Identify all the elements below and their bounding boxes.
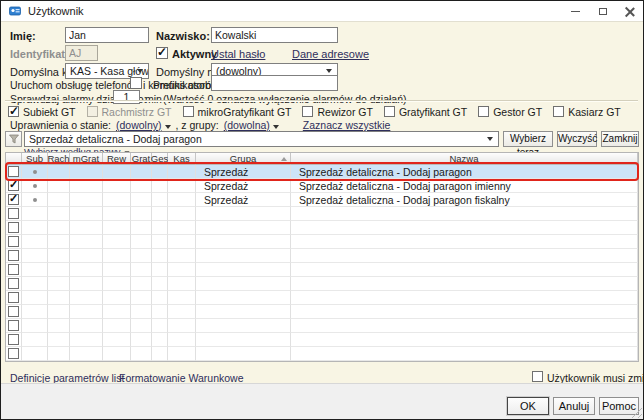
table-row[interactable]: [6, 207, 638, 221]
table-row[interactable]: SprzedażSprzedaż detaliczna - Dodaj para…: [6, 193, 638, 207]
row-select-cell: [6, 235, 22, 249]
row-checkbox[interactable]: [8, 264, 19, 275]
row-checkbox[interactable]: [8, 250, 19, 261]
cell: [152, 347, 168, 361]
close-list-button[interactable]: Zamknij: [601, 131, 639, 147]
cell: [70, 291, 103, 305]
table-row[interactable]: SprzedażSprzedaż detaliczna - Dodaj para…: [6, 165, 638, 179]
first-name-input[interactable]: [65, 27, 149, 43]
product-checkbox[interactable]: [384, 106, 395, 117]
column-header-mGrat[interactable]: mGrat: [70, 153, 103, 165]
table-row[interactable]: [6, 319, 638, 333]
cell: [48, 333, 70, 347]
clear-button[interactable]: Wyczyść: [557, 131, 597, 147]
row-checkbox[interactable]: [8, 166, 19, 177]
table-row[interactable]: [6, 333, 638, 347]
cell-name: Sprzedaż detaliczna - Dodaj paragon: [291, 165, 638, 179]
permission-dot-icon: [33, 198, 37, 202]
product-checkbox[interactable]: [8, 106, 19, 117]
cell: [131, 179, 152, 193]
cancel-button[interactable]: Anuluj: [553, 397, 595, 415]
permission-search-combobox[interactable]: Sprzedaż detaliczna - Dodaj paragon: [24, 131, 499, 147]
cell-group: [196, 263, 291, 277]
user-dialog-window: Użytkownik Imię: Nazwisko: Identyfikator…: [0, 0, 644, 420]
maximize-icon: [599, 8, 607, 15]
last-name-label: Nazwisko:: [156, 30, 210, 42]
row-checkbox[interactable]: [8, 278, 19, 289]
column-header-Rach[interactable]: Rach: [48, 153, 70, 165]
table-row[interactable]: [6, 263, 638, 277]
cell: [48, 165, 70, 179]
address-data-link[interactable]: Dane adresowe: [292, 48, 369, 60]
table-row[interactable]: [6, 221, 638, 235]
cell-sub: [22, 249, 48, 263]
cell-group: [196, 249, 291, 263]
table-row[interactable]: [6, 277, 638, 291]
active-checkbox[interactable]: [156, 47, 168, 59]
row-checkbox[interactable]: [8, 292, 19, 303]
column-header-Kas[interactable]: Kas: [168, 153, 196, 165]
cell: [152, 319, 168, 333]
table-row[interactable]: SprzedażSprzedaż detaliczna - Dodaj para…: [6, 179, 638, 193]
row-checkbox[interactable]: [8, 222, 19, 233]
row-checkbox[interactable]: [8, 208, 19, 219]
product-checkbox[interactable]: [302, 106, 313, 117]
column-header-Grat[interactable]: Grat: [131, 153, 152, 165]
phone-service-checkbox[interactable]: [130, 77, 142, 89]
cell: [103, 193, 131, 207]
set-password-link[interactable]: Ustal hasło: [211, 48, 265, 60]
product-checkbox[interactable]: [478, 106, 489, 117]
must-change-password-checkbox[interactable]: [532, 371, 543, 382]
filter-button[interactable]: [5, 131, 22, 147]
row-checkbox[interactable]: [8, 334, 19, 345]
table-row[interactable]: [6, 347, 638, 361]
column-header-select[interactable]: [6, 153, 22, 165]
row-checkbox[interactable]: [8, 180, 19, 191]
cell: [70, 193, 103, 207]
column-header-Grupa[interactable]: Grupa: [196, 153, 291, 165]
funnel-icon: [9, 134, 19, 144]
alarm-unit-label: min: [145, 93, 162, 105]
choose-now-button[interactable]: Wybierz teraz: [503, 131, 553, 147]
ok-button[interactable]: OK: [507, 397, 549, 415]
minimize-button[interactable]: [562, 1, 589, 21]
select-all-link[interactable]: Zaznacz wszystkie: [303, 119, 391, 131]
personal-prefix-input[interactable]: [211, 75, 338, 91]
cell: [48, 305, 70, 319]
table-body: SprzedażSprzedaż detaliczna - Dodaj para…: [6, 165, 638, 361]
column-header-Rew[interactable]: Rew: [103, 153, 131, 165]
row-select-cell: [6, 221, 22, 235]
product-checkbox[interactable]: [183, 106, 194, 117]
maximize-button[interactable]: [589, 1, 616, 21]
column-header-label: Ges: [151, 153, 168, 164]
cell: [168, 305, 196, 319]
last-name-input[interactable]: [211, 27, 338, 43]
row-select-cell: [6, 277, 22, 291]
cell-sub: [22, 221, 48, 235]
cell-sub: [22, 305, 48, 319]
cell-sub: [22, 333, 48, 347]
cell: [48, 235, 70, 249]
column-header-Sub[interactable]: Sub: [22, 153, 48, 165]
row-checkbox[interactable]: [8, 306, 19, 317]
product-label: Subiekt GT: [23, 106, 76, 118]
help-button[interactable]: Pomoc: [599, 397, 639, 415]
close-button[interactable]: [616, 1, 643, 21]
table-row[interactable]: [6, 291, 638, 305]
state-filter-link[interactable]: (dowolny): [116, 119, 171, 131]
group-filter-value: (dowolna): [224, 119, 270, 131]
row-checkbox[interactable]: [8, 320, 19, 331]
column-header-Nazwa[interactable]: Nazwa: [291, 153, 638, 165]
product-checkbox[interactable]: [553, 106, 564, 117]
row-checkbox[interactable]: [8, 194, 19, 205]
row-checkbox[interactable]: [8, 348, 19, 359]
table-row[interactable]: [6, 305, 638, 319]
cell-name: [291, 235, 638, 249]
row-checkbox[interactable]: [8, 236, 19, 247]
cell: [152, 249, 168, 263]
column-header-Ges[interactable]: Ges: [152, 153, 168, 165]
group-filter-link[interactable]: (dowolna): [224, 119, 279, 131]
table-row[interactable]: [6, 249, 638, 263]
table-row[interactable]: [6, 235, 638, 249]
cell: [168, 235, 196, 249]
